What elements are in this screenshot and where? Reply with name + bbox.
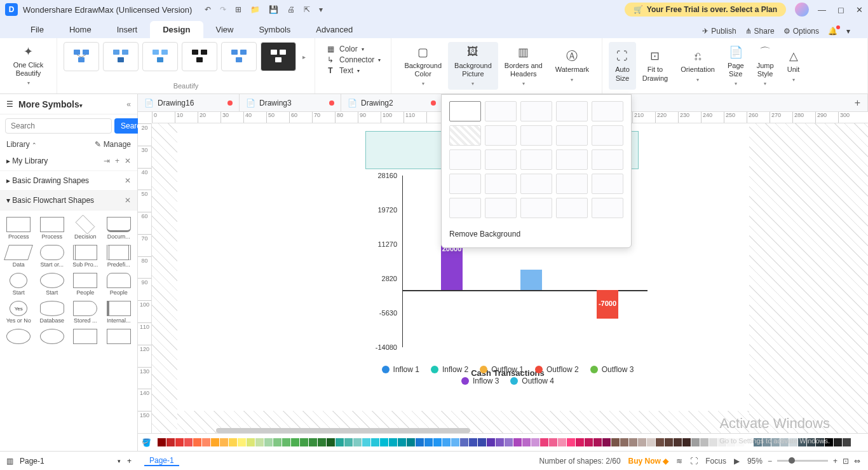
page-name[interactable]: Page-1 xyxy=(20,457,111,466)
color-swatch[interactable] xyxy=(291,438,299,446)
color-swatch[interactable] xyxy=(522,438,531,446)
color-swatch[interactable] xyxy=(611,438,620,446)
color-swatch[interactable] xyxy=(771,438,780,446)
color-swatch[interactable] xyxy=(327,438,335,446)
bg-option[interactable] xyxy=(592,149,623,170)
page-dropdown-icon[interactable]: ▾ xyxy=(118,458,121,464)
share-button[interactable]: ⋔Share xyxy=(745,27,775,36)
shape-decision[interactable]: Decision xyxy=(69,214,102,242)
color-swatch[interactable] xyxy=(567,438,575,446)
shape-people[interactable]: People xyxy=(103,270,135,298)
color-swatch[interactable] xyxy=(175,438,184,446)
shape-subpro[interactable]: Sub Pro... xyxy=(69,242,102,270)
menu-tab-view[interactable]: View xyxy=(203,21,247,38)
color-swatch[interactable] xyxy=(780,438,789,446)
doc-tab[interactable]: 📄Drawing2 xyxy=(341,94,443,111)
undo-icon[interactable]: ↶ xyxy=(205,5,211,14)
color-swatch[interactable] xyxy=(656,438,664,446)
close-cat-icon[interactable]: ✕ xyxy=(125,176,131,185)
color-swatch[interactable] xyxy=(451,438,459,446)
add-icon[interactable]: + xyxy=(115,156,119,165)
watermark-button[interactable]: ⒶWatermark▾ xyxy=(549,42,595,90)
print-icon[interactable]: 🖨 xyxy=(287,5,295,14)
color-swatch[interactable] xyxy=(843,438,851,446)
color-swatch[interactable] xyxy=(184,438,193,446)
presentation-icon[interactable]: ▶ xyxy=(734,457,740,466)
theme-more-icon[interactable]: ▸ xyxy=(300,53,308,60)
theme-gallery[interactable]: ▸ xyxy=(64,42,308,71)
add-page-icon[interactable]: + xyxy=(127,457,132,466)
color-swatch[interactable] xyxy=(158,438,166,446)
shape-process[interactable]: Process xyxy=(36,214,69,242)
import-icon[interactable]: ⇥ xyxy=(104,156,110,165)
color-swatch[interactable] xyxy=(807,438,815,446)
fullscreen-icon[interactable]: ⛶ xyxy=(690,457,698,466)
color-swatch[interactable] xyxy=(166,438,175,446)
fit-drawing-button[interactable]: ⊡Fit to Drawing xyxy=(636,42,674,90)
color-swatch[interactable] xyxy=(300,438,308,446)
color-swatch[interactable] xyxy=(460,438,468,446)
bg-option[interactable] xyxy=(520,125,552,146)
bg-option[interactable] xyxy=(592,125,623,146)
cat-basic-flowchart[interactable]: ▾ Basic Flowchart Shapes✕ xyxy=(0,191,137,211)
qat-more-icon[interactable]: ▾ xyxy=(319,5,323,14)
color-swatch[interactable] xyxy=(576,438,584,446)
bg-option[interactable] xyxy=(520,174,552,194)
color-swatch[interactable] xyxy=(629,438,637,446)
color-swatch[interactable] xyxy=(416,438,424,446)
jump-style-button[interactable]: ⌒Jump Style▾ xyxy=(750,42,780,90)
shape-start[interactable]: Start xyxy=(36,270,69,298)
page-tab[interactable]: Page-1 xyxy=(144,456,179,466)
menu-more-icon[interactable]: ▾ xyxy=(846,27,850,36)
color-swatch[interactable] xyxy=(353,438,362,446)
color-swatch[interactable] xyxy=(220,438,228,446)
color-swatch[interactable] xyxy=(229,438,237,446)
color-swatch[interactable] xyxy=(336,438,344,446)
color-swatch[interactable] xyxy=(558,438,566,446)
color-swatch[interactable] xyxy=(825,438,833,446)
color-swatch[interactable] xyxy=(309,438,317,446)
legend-item[interactable]: Outflow 1 xyxy=(480,365,524,374)
bg-option[interactable] xyxy=(556,198,588,218)
background-picture-button[interactable]: 🖼Background Picture▾ xyxy=(448,42,498,90)
theme-6[interactable] xyxy=(261,42,296,71)
color-swatch[interactable] xyxy=(273,438,281,446)
bg-option[interactable] xyxy=(520,198,552,218)
color-swatch[interactable] xyxy=(505,438,513,446)
legend-item[interactable]: Inflow 2 xyxy=(431,365,468,374)
menu-tab-design[interactable]: Design xyxy=(150,21,203,38)
color-swatch[interactable] xyxy=(433,438,442,446)
page-size-button[interactable]: 📄Page Size▾ xyxy=(721,42,750,90)
new-icon[interactable]: ⊞ xyxy=(235,5,241,14)
user-avatar[interactable] xyxy=(795,3,809,17)
minimize-icon[interactable]: — xyxy=(818,5,826,15)
color-swatch[interactable] xyxy=(700,438,709,446)
bg-option[interactable] xyxy=(592,198,623,218)
redo-icon[interactable]: ↷ xyxy=(220,5,226,14)
cat-basic-drawing[interactable]: ▸ Basic Drawing Shapes✕ xyxy=(0,171,137,191)
bg-option[interactable] xyxy=(485,125,517,146)
shape-docum[interactable]: Docum... xyxy=(103,214,135,242)
trial-banner[interactable]: 🛒 Your Free Trial is over. Select a Plan xyxy=(625,3,786,17)
shape-stored[interactable]: Stored ... xyxy=(69,298,102,326)
color-swatch[interactable] xyxy=(238,438,246,446)
color-swatch[interactable] xyxy=(682,438,691,446)
theme-2[interactable] xyxy=(103,42,139,71)
legend-item[interactable]: Outflow 3 xyxy=(590,365,634,374)
horizontal-scrollbar[interactable] xyxy=(216,428,470,433)
legend-item[interactable]: Inflow 1 xyxy=(382,365,419,374)
cat-my-library[interactable]: ▸ My Library⇥+✕ xyxy=(0,151,137,171)
color-swatch[interactable] xyxy=(478,438,486,446)
theme-4[interactable] xyxy=(182,42,217,71)
zoom-slider[interactable] xyxy=(777,460,828,462)
shape-more[interactable] xyxy=(103,326,135,347)
shape-yesorno[interactable]: YesYes or No xyxy=(3,298,35,326)
color-swatch[interactable] xyxy=(513,438,522,446)
color-swatch[interactable] xyxy=(496,438,504,446)
shape-more[interactable] xyxy=(36,326,69,347)
color-swatch[interactable] xyxy=(602,438,611,446)
bg-option[interactable] xyxy=(485,101,517,121)
shape-start[interactable]: Start xyxy=(3,270,35,298)
chart-bar[interactable] xyxy=(520,270,542,290)
color-swatch[interactable] xyxy=(442,438,451,446)
